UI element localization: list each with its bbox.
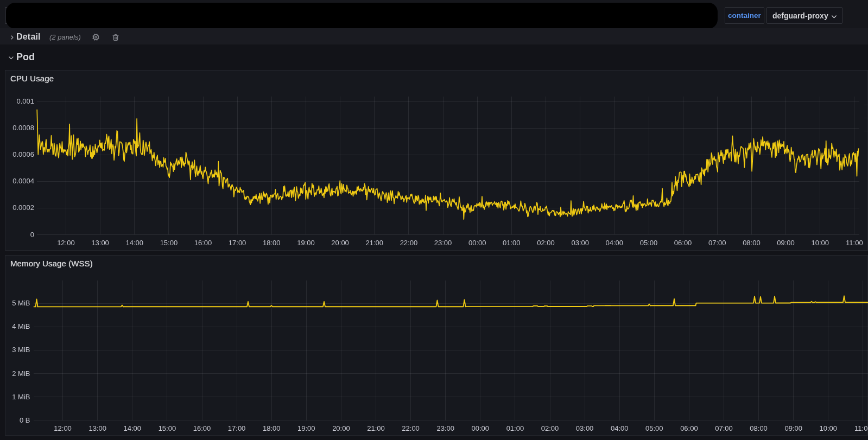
svg-text:20:00: 20:00 xyxy=(332,424,350,432)
svg-text:21:00: 21:00 xyxy=(367,424,385,432)
svg-text:23:00: 23:00 xyxy=(434,239,452,247)
svg-text:02:00: 02:00 xyxy=(537,239,555,247)
svg-text:12:00: 12:00 xyxy=(57,239,75,247)
svg-text:14:00: 14:00 xyxy=(124,424,142,432)
svg-text:02:00: 02:00 xyxy=(541,424,559,432)
svg-text:0.0008: 0.0008 xyxy=(12,124,34,132)
svg-text:16:00: 16:00 xyxy=(193,424,211,432)
svg-text:05:00: 05:00 xyxy=(640,239,658,247)
svg-text:03:00: 03:00 xyxy=(571,239,589,247)
svg-text:11:00: 11:00 xyxy=(854,424,868,432)
svg-text:06:00: 06:00 xyxy=(674,239,692,247)
svg-text:4 MiB: 4 MiB xyxy=(12,322,30,330)
svg-text:09:00: 09:00 xyxy=(777,239,795,247)
svg-text:01:00: 01:00 xyxy=(506,424,524,432)
svg-text:10:00: 10:00 xyxy=(820,424,838,432)
svg-text:20:00: 20:00 xyxy=(331,239,349,247)
svg-text:06:00: 06:00 xyxy=(680,424,698,432)
svg-text:21:00: 21:00 xyxy=(366,239,384,247)
svg-text:14:00: 14:00 xyxy=(125,239,143,247)
svg-text:2 MiB: 2 MiB xyxy=(12,369,30,378)
svg-text:19:00: 19:00 xyxy=(297,239,315,247)
svg-text:07:00: 07:00 xyxy=(708,239,726,247)
svg-text:08:00: 08:00 xyxy=(743,239,761,247)
svg-text:13:00: 13:00 xyxy=(91,239,109,247)
svg-text:00:00: 00:00 xyxy=(468,239,486,247)
svg-text:16:00: 16:00 xyxy=(194,239,212,247)
svg-text:13:00: 13:00 xyxy=(88,424,106,432)
svg-text:15:00: 15:00 xyxy=(159,424,176,432)
svg-text:04:00: 04:00 xyxy=(611,424,629,432)
svg-text:03:00: 03:00 xyxy=(576,424,594,432)
svg-text:0: 0 xyxy=(30,231,34,239)
svg-text:19:00: 19:00 xyxy=(297,424,315,432)
svg-text:10:00: 10:00 xyxy=(811,239,829,247)
svg-text:12:00: 12:00 xyxy=(54,424,72,432)
svg-text:09:00: 09:00 xyxy=(784,424,802,432)
svg-text:00:00: 00:00 xyxy=(472,424,490,432)
svg-text:15:00: 15:00 xyxy=(160,239,178,247)
svg-text:1 MiB: 1 MiB xyxy=(12,393,30,401)
svg-text:0 B: 0 B xyxy=(20,416,30,424)
svg-text:0.0002: 0.0002 xyxy=(12,203,34,212)
svg-text:0.0006: 0.0006 xyxy=(12,150,34,158)
svg-text:3 MiB: 3 MiB xyxy=(12,346,30,354)
svg-text:0.001: 0.001 xyxy=(16,97,34,105)
svg-text:22:00: 22:00 xyxy=(400,239,418,247)
svg-text:05:00: 05:00 xyxy=(645,424,663,432)
svg-text:5 MiB: 5 MiB xyxy=(12,299,30,307)
svg-text:22:00: 22:00 xyxy=(402,424,420,432)
svg-text:0.0004: 0.0004 xyxy=(12,177,34,185)
svg-text:17:00: 17:00 xyxy=(228,424,246,432)
svg-text:23:00: 23:00 xyxy=(436,424,454,432)
svg-text:08:00: 08:00 xyxy=(750,424,768,432)
svg-text:17:00: 17:00 xyxy=(229,239,246,247)
svg-text:07:00: 07:00 xyxy=(715,424,733,432)
svg-text:18:00: 18:00 xyxy=(263,239,281,247)
svg-text:11:00: 11:00 xyxy=(846,239,863,247)
svg-text:18:00: 18:00 xyxy=(263,424,281,432)
svg-text:01:00: 01:00 xyxy=(503,239,521,247)
svg-text:04:00: 04:00 xyxy=(606,239,624,247)
